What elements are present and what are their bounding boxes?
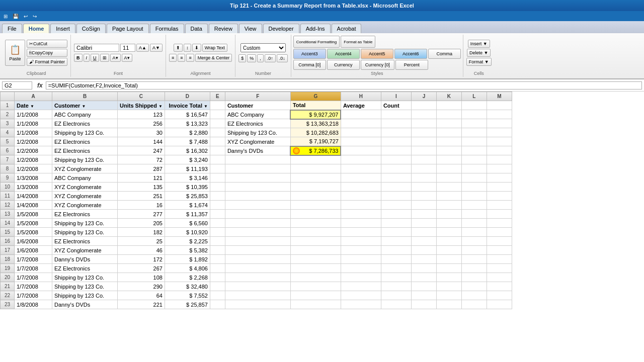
- cell-M6[interactable]: [487, 146, 512, 155]
- cell-C9[interactable]: 121: [118, 173, 165, 183]
- cell-L23[interactable]: [461, 300, 487, 309]
- cell-E7[interactable]: [210, 155, 225, 164]
- col-header-E[interactable]: E: [210, 92, 225, 101]
- cell-F18[interactable]: [225, 255, 290, 264]
- cell-I12[interactable]: [381, 201, 411, 210]
- redo-btn[interactable]: ↪: [31, 14, 38, 19]
- cell-C13[interactable]: 277: [118, 210, 165, 219]
- cell-E10[interactable]: [210, 183, 225, 192]
- cell-B21[interactable]: Shipping by 123 Co.: [52, 282, 118, 291]
- cell-H6[interactable]: [341, 146, 381, 155]
- cell-H19[interactable]: [341, 264, 381, 273]
- accent5-btn[interactable]: Accent5: [361, 49, 393, 59]
- cell-F2[interactable]: ABC Company: [225, 110, 290, 119]
- cell-G5[interactable]: $ 7,190,727: [290, 137, 341, 146]
- cell-A16[interactable]: 1/6/2008: [15, 237, 52, 246]
- cell-M5[interactable]: [487, 137, 512, 146]
- cell-C11[interactable]: 251: [118, 192, 165, 201]
- cell-A11[interactable]: 1/4/2008: [15, 192, 52, 201]
- cell-L2[interactable]: [461, 110, 487, 119]
- cell-J22[interactable]: [411, 291, 436, 300]
- tab-review[interactable]: Review: [209, 24, 238, 33]
- accent6-btn[interactable]: Accent6: [394, 49, 427, 59]
- cell-A7[interactable]: 1/2/2008: [15, 155, 52, 164]
- cell-E19[interactable]: [210, 264, 225, 273]
- cell-H12[interactable]: [341, 201, 381, 210]
- cell-A19[interactable]: 1/7/2008: [15, 264, 52, 273]
- cell-L17[interactable]: [461, 246, 487, 255]
- cell-C12[interactable]: 16: [118, 201, 165, 210]
- cell-I8[interactable]: [381, 164, 411, 173]
- cell-J12[interactable]: [411, 201, 436, 210]
- font-size-input[interactable]: [120, 44, 135, 52]
- cell-L11[interactable]: [461, 192, 487, 201]
- cell-F19[interactable]: [225, 264, 290, 273]
- col-header-B[interactable]: B: [52, 92, 118, 101]
- cell-J13[interactable]: [411, 210, 436, 219]
- cell-C15[interactable]: 182: [118, 228, 165, 237]
- cell-F20[interactable]: [225, 273, 290, 282]
- cell-M20[interactable]: [487, 273, 512, 282]
- cell-B13[interactable]: EZ Electronics: [52, 210, 118, 219]
- cell-G6[interactable]: $ 7,286,733: [290, 146, 341, 155]
- formula-input[interactable]: [46, 81, 642, 89]
- conditional-formatting-btn[interactable]: Conditional Formatting: [293, 36, 340, 48]
- col-header-G[interactable]: G: [290, 92, 341, 101]
- cell-J2[interactable]: [411, 110, 436, 119]
- cell-G19[interactable]: [290, 264, 341, 273]
- cell-C3[interactable]: 256: [118, 119, 165, 128]
- delete-btn[interactable]: Delete ▼: [467, 49, 491, 57]
- cell-B5[interactable]: EZ Electronics: [52, 137, 118, 146]
- cell-K21[interactable]: [436, 282, 461, 291]
- cell-I2[interactable]: [381, 110, 411, 119]
- cell-J5[interactable]: [411, 137, 436, 146]
- col-header-K[interactable]: K: [436, 92, 461, 101]
- cell-A3[interactable]: 1/1/2008: [15, 119, 52, 128]
- cell-D15[interactable]: $ 10,920: [165, 228, 210, 237]
- increase-font-btn[interactable]: A▲: [136, 44, 149, 52]
- cell-L20[interactable]: [461, 273, 487, 282]
- cell-E8[interactable]: [210, 164, 225, 173]
- cell-K4[interactable]: [436, 128, 461, 137]
- cell-I13[interactable]: [381, 210, 411, 219]
- align-middle-btn[interactable]: ↕: [184, 44, 191, 52]
- increase-decimal-btn[interactable]: .0↑: [265, 54, 276, 62]
- comma-style-btn[interactable]: Comma: [428, 49, 461, 59]
- cell-I20[interactable]: [381, 273, 411, 282]
- currency-style-btn[interactable]: Currency: [327, 60, 360, 70]
- cell-L8[interactable]: [461, 164, 487, 173]
- cell-D9[interactable]: $ 3,146: [165, 173, 210, 183]
- cell-K5[interactable]: [436, 137, 461, 146]
- cell-B20[interactable]: Shipping by 123 Co.: [52, 273, 118, 282]
- cell-E11[interactable]: [210, 192, 225, 201]
- cell-M17[interactable]: [487, 246, 512, 255]
- align-top-btn[interactable]: ⬆: [174, 44, 183, 52]
- cell-E5[interactable]: [210, 137, 225, 146]
- cell-J7[interactable]: [411, 155, 436, 164]
- cell-E12[interactable]: [210, 201, 225, 210]
- cell-D8[interactable]: $ 11,193: [165, 164, 210, 173]
- cell-E17[interactable]: [210, 246, 225, 255]
- cell-L7[interactable]: [461, 155, 487, 164]
- cell-M18[interactable]: [487, 255, 512, 264]
- accent4-btn[interactable]: Accent4: [327, 49, 360, 59]
- cell-B23[interactable]: Danny's DVDs: [52, 300, 118, 309]
- cell-G1[interactable]: Total: [290, 101, 341, 110]
- cell-L21[interactable]: [461, 282, 487, 291]
- cell-E6[interactable]: [210, 146, 225, 155]
- cell-A6[interactable]: 1/2/2008: [15, 146, 52, 155]
- col-header-H[interactable]: H: [341, 92, 381, 101]
- paste-button[interactable]: 📋 Paste: [5, 40, 25, 66]
- cell-L3[interactable]: [461, 119, 487, 128]
- tab-home[interactable]: Home: [23, 24, 50, 33]
- cell-E15[interactable]: [210, 228, 225, 237]
- cell-L19[interactable]: [461, 264, 487, 273]
- col-header-J[interactable]: J: [411, 92, 436, 101]
- cell-G16[interactable]: [290, 237, 341, 246]
- merge-center-btn[interactable]: Merge & Center: [195, 54, 232, 62]
- cell-K13[interactable]: [436, 210, 461, 219]
- cell-A17[interactable]: 1/6/2008: [15, 246, 52, 255]
- cell-C5[interactable]: 144: [118, 137, 165, 146]
- cell-J6[interactable]: [411, 146, 436, 155]
- cell-B22[interactable]: Shipping by 123 Co.: [52, 291, 118, 300]
